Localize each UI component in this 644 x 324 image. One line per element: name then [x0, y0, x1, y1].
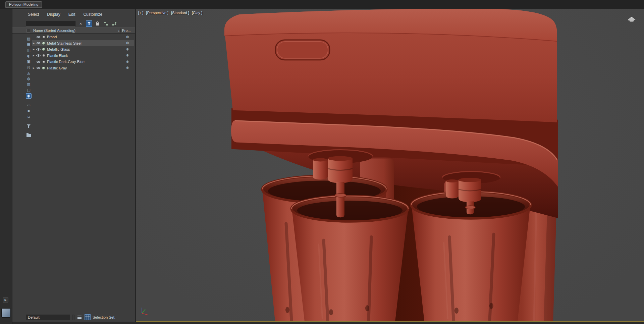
polygon-modeling-tab[interactable]: Polygon Modeling — [5, 1, 42, 8]
display-lights-toggle[interactable]: ◐ — [26, 53, 32, 59]
frozen-snowflake-icon[interactable]: ❄ — [121, 66, 134, 70]
display-cameras-toggle[interactable]: ▣ — [26, 59, 32, 64]
filter-button[interactable] — [86, 20, 92, 27]
visibility-eye-icon[interactable] — [36, 60, 41, 63]
select-children-button[interactable] — [103, 20, 109, 27]
viewport[interactable]: [+ ][Perspective ][Standard ][Clay ] — [136, 9, 644, 322]
explorer-row[interactable]: ▶ Metal Stainless Steel ❄ — [32, 40, 134, 47]
selection-set-label: Selection Set: — [93, 315, 115, 319]
frozen-column-header[interactable]: Fro... — [120, 29, 135, 33]
column-header-row: Name (Sorted Ascending) ▴ Fro... — [12, 28, 135, 34]
menu-select[interactable]: Select — [28, 12, 39, 17]
menu-customize[interactable]: Customize — [83, 12, 102, 17]
node-type-icon — [41, 54, 46, 57]
select-all-button[interactable]: ▭ — [26, 103, 32, 108]
spindle-left — [313, 156, 353, 183]
lock-selection-button[interactable] — [94, 20, 101, 27]
node-type-icon — [41, 42, 46, 45]
splitter-grip[interactable] — [72, 315, 74, 320]
filter-selection-button[interactable] — [26, 123, 32, 129]
row-label: Brand — [47, 35, 121, 39]
viewport-label-bar: [+ ][Perspective ][Standard ][Clay ] — [138, 11, 202, 15]
explorer-row[interactable]: Plastic Dark-Gray-Blue ❄ — [32, 59, 134, 65]
expand-arrow[interactable]: ▶ — [32, 42, 36, 45]
explorer-row[interactable]: ▶ Metallic Glass ❄ — [32, 46, 134, 53]
frozen-snowflake-icon[interactable]: ❄ — [121, 53, 134, 58]
material-sphere-icon — [42, 48, 45, 51]
display-particles-toggle[interactable]: ◍ — [26, 76, 32, 82]
visibility-eye-icon[interactable] — [36, 66, 41, 69]
world-axis-gizmo — [139, 306, 151, 317]
spindle-left-shaft — [335, 182, 346, 217]
viewport-standard-menu[interactable]: [Standard ] — [171, 11, 189, 15]
name-column-header[interactable]: Name (Sorted Ascending) — [33, 29, 118, 33]
explorer-row[interactable]: Brand ❄ — [32, 34, 134, 40]
hierarchy-icon — [104, 21, 108, 26]
select-invert-button[interactable]: ▫ — [26, 114, 32, 119]
display-containers-toggle[interactable]: ▢ — [26, 88, 32, 93]
display-shapes-toggle[interactable]: ◫ — [26, 48, 32, 53]
display-geometry-toggle[interactable]: ▦ — [26, 42, 32, 47]
display-influences-toggle[interactable]: ▤ — [26, 36, 32, 42]
frozen-snowflake-icon[interactable]: ❄ — [121, 47, 134, 52]
folder-icon — [26, 134, 31, 137]
distant-teapot-object[interactable] — [627, 16, 636, 22]
menu-display[interactable]: Display — [47, 12, 60, 17]
visibility-eye-icon[interactable] — [36, 36, 41, 39]
expand-arrow[interactable]: ▶ — [32, 67, 36, 69]
row-label: Metallic Glass — [47, 47, 121, 51]
expand-arrow[interactable]: ▶ — [32, 48, 36, 51]
frozen-snowflake-icon[interactable]: ❄ — [121, 35, 134, 39]
funnel-icon — [87, 22, 91, 25]
object-dot-icon — [42, 60, 45, 63]
viewport-pov-menu[interactable]: [Perspective ] — [146, 11, 169, 15]
column-options-button[interactable] — [26, 29, 30, 33]
explorer-row[interactable]: ▶ Plastic Black ❄ — [32, 53, 134, 59]
display-toggle-strip: ▤▦◫◐▣◎◬◍▥▢◉▭▪▫ — [25, 36, 32, 138]
sort-ascending-icon: ▴ — [118, 29, 119, 32]
clay-render-milkshake-mixer[interactable] — [136, 9, 644, 321]
visibility-eye-icon[interactable] — [36, 54, 41, 57]
scene-explorer-panel: SelectDisplayEditCustomize × Name (Sorte… — [12, 9, 136, 322]
menu-edit[interactable]: Edit — [68, 12, 75, 17]
material-sphere-icon — [42, 42, 45, 45]
visibility-eye-icon[interactable] — [36, 48, 41, 51]
funnel-icon — [27, 124, 31, 128]
mixer-head — [224, 9, 557, 122]
top-bar: Polygon Modeling — [0, 0, 644, 9]
clear-search-button[interactable]: × — [77, 20, 84, 27]
expand-arrow[interactable]: ▶ — [32, 54, 36, 57]
row-label: Plastic Black — [47, 54, 121, 58]
scene-list: Brand ❄ ▶ Metal Stainless Steel ❄ ▶ Meta… — [32, 34, 134, 71]
display-spacewarps-toggle[interactable]: ◬ — [26, 70, 32, 76]
material-sphere-icon — [42, 66, 45, 70]
lock-icon — [96, 21, 99, 25]
3dsmax-window: Polygon Modeling ▶ SelectDisplayEditCust… — [0, 0, 644, 324]
cup-left-front — [291, 196, 408, 321]
visibility-eye-icon[interactable] — [36, 42, 41, 45]
layers-button[interactable] — [76, 314, 83, 320]
viewport-general-menu[interactable]: [+ ] — [138, 11, 144, 15]
select-none-button[interactable]: ▪ — [26, 108, 32, 114]
search-input[interactable] — [26, 21, 75, 26]
node-type-icon — [41, 36, 46, 39]
edit-selection-sets-button[interactable] — [85, 314, 91, 320]
explorer-row[interactable]: ▶ Plastic Gray ❄ — [32, 65, 134, 71]
explorer-toolbar: × — [12, 19, 135, 28]
explorer-menubar: SelectDisplayEditCustomize — [12, 9, 135, 19]
node-type-icon — [41, 48, 46, 51]
viewport-shading-menu[interactable]: [Clay ] — [192, 11, 202, 15]
node-type-icon — [41, 66, 46, 70]
display-bones-toggle[interactable]: ▥ — [26, 82, 32, 87]
frozen-snowflake-icon[interactable]: ❄ — [121, 60, 134, 64]
minimized-panel-thumbnail[interactable] — [1, 308, 11, 318]
expand-panel-arrow-button[interactable]: ▶ — [3, 297, 8, 303]
display-helpers-toggle[interactable]: ◎ — [26, 65, 32, 70]
frozen-snowflake-icon[interactable]: ❄ — [121, 41, 134, 45]
sync-selection-button[interactable] — [111, 20, 117, 27]
preset-dropdown[interactable]: Default — [26, 315, 70, 320]
head-recessed-badge — [275, 40, 330, 60]
left-dock: ▶ — [0, 9, 12, 324]
container-explorer-button[interactable] — [26, 133, 32, 138]
display-materials-toggle[interactable]: ◉ — [26, 93, 32, 99]
